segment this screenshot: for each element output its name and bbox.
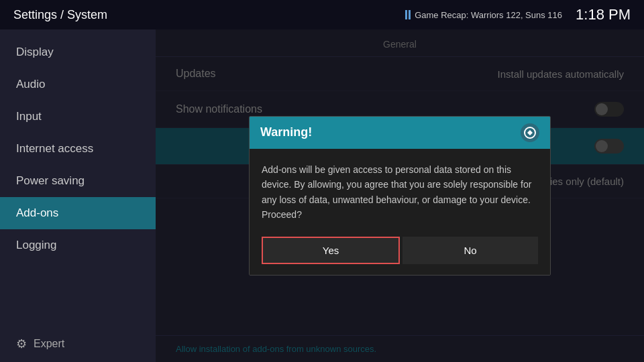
sidebar-item-label: Audio: [16, 78, 45, 90]
warning-dialog: Warning! Add-ons will be given access to…: [249, 116, 551, 276]
gear-icon: ⚙: [16, 337, 27, 351]
page-title: Settings / System: [13, 8, 107, 22]
sidebar-item-power-saving[interactable]: Power saving: [0, 165, 156, 197]
topbar-right: Game Recap: Warriors 122, Suns 116 1:18 …: [405, 6, 631, 23]
kodi-icon: [521, 123, 539, 142]
dialog-header: Warning!: [250, 117, 550, 149]
expert-label: Expert: [34, 338, 64, 350]
sidebar-item-logging[interactable]: Logging: [0, 229, 156, 261]
dialog-body-text: Add-ons will be given access to personal…: [262, 164, 531, 220]
sidebar-item-label: Add-ons: [16, 206, 58, 219]
sidebar-item-add-ons[interactable]: Add-ons: [0, 197, 156, 229]
topbar: Settings / System Game Recap: Warriors 1…: [0, 0, 644, 29]
game-recap: Game Recap: Warriors 122, Suns 116: [405, 10, 562, 20]
content-area: General Updates Install updates automati…: [156, 29, 644, 362]
clock: 1:18 PM: [576, 6, 631, 23]
dialog-title: Warning!: [260, 125, 312, 139]
sidebar-item-internet-access[interactable]: Internet access: [0, 133, 156, 165]
sidebar-item-display[interactable]: Display: [0, 36, 156, 68]
dialog-body: Add-ons will be given access to personal…: [250, 149, 550, 229]
dialog-buttons: Yes No: [250, 229, 550, 275]
sidebar-item-label: Logging: [16, 239, 57, 251]
sidebar-footer-expert[interactable]: ⚙ Expert: [0, 326, 156, 362]
sidebar-item-label: Input: [16, 110, 42, 123]
main-layout: Display Audio Input Internet access Powe…: [0, 29, 644, 362]
sidebar-item-audio[interactable]: Audio: [0, 68, 156, 101]
dialog-no-button[interactable]: No: [402, 237, 538, 264]
sidebar-item-label: Internet access: [16, 142, 93, 155]
dialog-yes-button[interactable]: Yes: [262, 237, 400, 264]
sidebar-item-label: Power saving: [16, 174, 85, 187]
sidebar-item-input[interactable]: Input: [0, 101, 156, 133]
sidebar: Display Audio Input Internet access Powe…: [0, 29, 156, 362]
dialog-overlay: Warning! Add-ons will be given access to…: [156, 29, 644, 362]
sidebar-item-label: Display: [16, 46, 54, 58]
game-recap-text: Game Recap: Warriors 122, Suns 116: [415, 10, 562, 20]
sidebar-nav: Display Audio Input Internet access Powe…: [0, 29, 156, 261]
game-icon: [405, 10, 411, 19]
